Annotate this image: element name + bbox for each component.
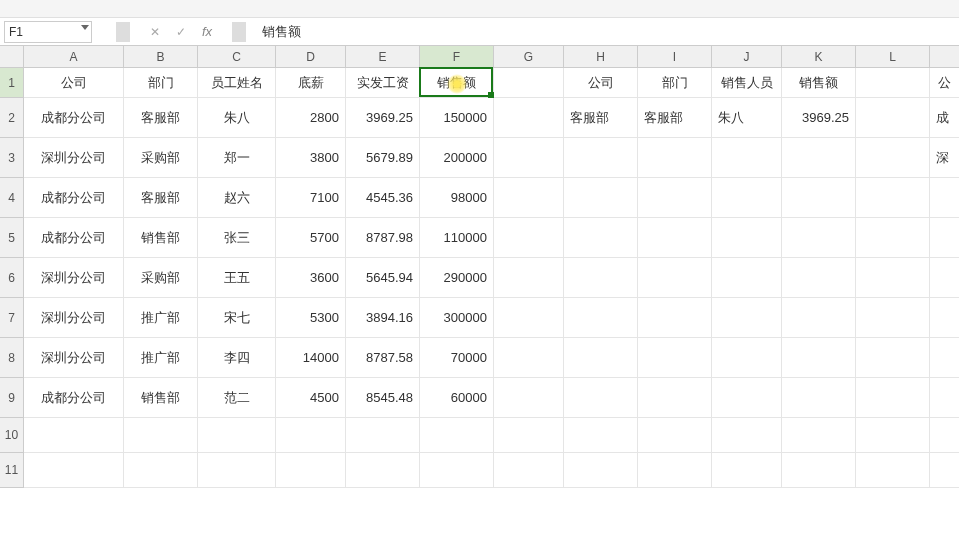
cell-I7[interactable] bbox=[638, 298, 712, 337]
cell-D7[interactable]: 5300 bbox=[276, 298, 346, 337]
row-header-8[interactable]: 8 bbox=[0, 338, 23, 378]
cell-L6[interactable] bbox=[856, 258, 930, 297]
cell-I3[interactable] bbox=[638, 138, 712, 177]
cell-B9[interactable]: 销售部 bbox=[124, 378, 198, 417]
cell-D5[interactable]: 5700 bbox=[276, 218, 346, 257]
cell-M10[interactable] bbox=[930, 418, 959, 452]
cell-L8[interactable] bbox=[856, 338, 930, 377]
cell-B2[interactable]: 客服部 bbox=[124, 98, 198, 137]
confirm-icon[interactable]: ✓ bbox=[174, 25, 188, 39]
cell-H10[interactable] bbox=[564, 418, 638, 452]
row-header-9[interactable]: 9 bbox=[0, 378, 23, 418]
cell-H9[interactable] bbox=[564, 378, 638, 417]
cell-G5[interactable] bbox=[494, 218, 564, 257]
column-header-G[interactable]: G bbox=[494, 46, 564, 67]
cell-I5[interactable] bbox=[638, 218, 712, 257]
cell-F10[interactable] bbox=[420, 418, 494, 452]
cell-A1[interactable]: 公司 bbox=[24, 68, 124, 97]
cell-A3[interactable]: 深圳分公司 bbox=[24, 138, 124, 177]
cell-E6[interactable]: 5645.94 bbox=[346, 258, 420, 297]
cell-G6[interactable] bbox=[494, 258, 564, 297]
cell-M7[interactable] bbox=[930, 298, 959, 337]
row-header-6[interactable]: 6 bbox=[0, 258, 23, 298]
cell-E1[interactable]: 实发工资 bbox=[346, 68, 420, 97]
cell-M4[interactable] bbox=[930, 178, 959, 217]
cell-B7[interactable]: 推广部 bbox=[124, 298, 198, 337]
column-header-C[interactable]: C bbox=[198, 46, 276, 67]
cell-C10[interactable] bbox=[198, 418, 276, 452]
cell-J5[interactable] bbox=[712, 218, 782, 257]
cell-A2[interactable]: 成都分公司 bbox=[24, 98, 124, 137]
cell-E10[interactable] bbox=[346, 418, 420, 452]
cell-F1[interactable]: 销售额 bbox=[420, 68, 494, 97]
cell-I10[interactable] bbox=[638, 418, 712, 452]
cell-J11[interactable] bbox=[712, 453, 782, 487]
cell-H4[interactable] bbox=[564, 178, 638, 217]
cell-C6[interactable]: 王五 bbox=[198, 258, 276, 297]
cell-L11[interactable] bbox=[856, 453, 930, 487]
row-header-2[interactable]: 2 bbox=[0, 98, 23, 138]
cell-F6[interactable]: 290000 bbox=[420, 258, 494, 297]
fx-icon[interactable]: fx bbox=[200, 24, 214, 39]
row-header-1[interactable]: 1 bbox=[0, 68, 23, 98]
cell-F7[interactable]: 300000 bbox=[420, 298, 494, 337]
cell-C5[interactable]: 张三 bbox=[198, 218, 276, 257]
cell-A7[interactable]: 深圳分公司 bbox=[24, 298, 124, 337]
cell-J1[interactable]: 销售人员 bbox=[712, 68, 782, 97]
row-header-3[interactable]: 3 bbox=[0, 138, 23, 178]
cell-D6[interactable]: 3600 bbox=[276, 258, 346, 297]
cell-B4[interactable]: 客服部 bbox=[124, 178, 198, 217]
cell-H7[interactable] bbox=[564, 298, 638, 337]
cell-L10[interactable] bbox=[856, 418, 930, 452]
cell-C9[interactable]: 范二 bbox=[198, 378, 276, 417]
cell-G2[interactable] bbox=[494, 98, 564, 137]
cell-F5[interactable]: 110000 bbox=[420, 218, 494, 257]
cell-L9[interactable] bbox=[856, 378, 930, 417]
cell-K1[interactable]: 销售额 bbox=[782, 68, 856, 97]
cell-G10[interactable] bbox=[494, 418, 564, 452]
cell-K5[interactable] bbox=[782, 218, 856, 257]
row-header-7[interactable]: 7 bbox=[0, 298, 23, 338]
cell-B6[interactable]: 采购部 bbox=[124, 258, 198, 297]
cell-G1[interactable] bbox=[494, 68, 564, 97]
cell-H1[interactable]: 公司 bbox=[564, 68, 638, 97]
cell-I8[interactable] bbox=[638, 338, 712, 377]
cell-K7[interactable] bbox=[782, 298, 856, 337]
cell-C1[interactable]: 员工姓名 bbox=[198, 68, 276, 97]
cell-H2[interactable]: 客服部 bbox=[564, 98, 638, 137]
cell-L3[interactable] bbox=[856, 138, 930, 177]
cell-J10[interactable] bbox=[712, 418, 782, 452]
column-header-F[interactable]: F bbox=[420, 46, 494, 67]
cell-K8[interactable] bbox=[782, 338, 856, 377]
cell-C8[interactable]: 李四 bbox=[198, 338, 276, 377]
cell-H11[interactable] bbox=[564, 453, 638, 487]
cell-B10[interactable] bbox=[124, 418, 198, 452]
cell-K6[interactable] bbox=[782, 258, 856, 297]
cell-L1[interactable] bbox=[856, 68, 930, 97]
cell-G4[interactable] bbox=[494, 178, 564, 217]
cell-M9[interactable] bbox=[930, 378, 959, 417]
column-header-[interactable] bbox=[930, 46, 959, 67]
cell-F11[interactable] bbox=[420, 453, 494, 487]
cell-G9[interactable] bbox=[494, 378, 564, 417]
cell-C3[interactable]: 郑一 bbox=[198, 138, 276, 177]
cell-F4[interactable]: 98000 bbox=[420, 178, 494, 217]
cell-L4[interactable] bbox=[856, 178, 930, 217]
grid-body[interactable]: 公司部门员工姓名底薪实发工资销售额公司部门销售人员销售额公成都分公司客服部朱八2… bbox=[24, 68, 959, 488]
cell-J2[interactable]: 朱八 bbox=[712, 98, 782, 137]
cell-M11[interactable] bbox=[930, 453, 959, 487]
cell-B11[interactable] bbox=[124, 453, 198, 487]
cell-A8[interactable]: 深圳分公司 bbox=[24, 338, 124, 377]
cell-M6[interactable] bbox=[930, 258, 959, 297]
column-header-D[interactable]: D bbox=[276, 46, 346, 67]
cell-K9[interactable] bbox=[782, 378, 856, 417]
cell-E2[interactable]: 3969.25 bbox=[346, 98, 420, 137]
column-header-K[interactable]: K bbox=[782, 46, 856, 67]
cell-L5[interactable] bbox=[856, 218, 930, 257]
cell-B1[interactable]: 部门 bbox=[124, 68, 198, 97]
cell-M1[interactable]: 公 bbox=[930, 68, 959, 97]
cell-D3[interactable]: 3800 bbox=[276, 138, 346, 177]
cell-C11[interactable] bbox=[198, 453, 276, 487]
cell-J6[interactable] bbox=[712, 258, 782, 297]
cell-A11[interactable] bbox=[24, 453, 124, 487]
